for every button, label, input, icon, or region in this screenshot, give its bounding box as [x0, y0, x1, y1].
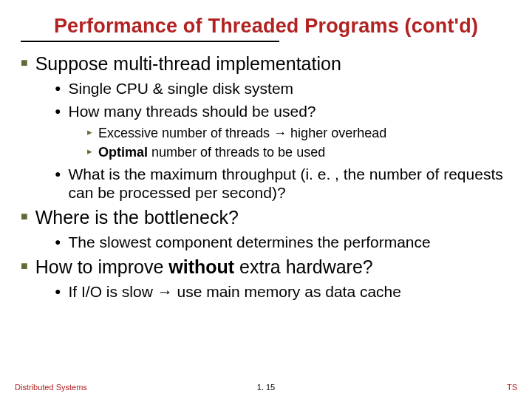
arrow-bullet-icon: ▸	[87, 125, 92, 140]
footer-center: 1. 15	[183, 383, 350, 392]
disc-bullet-icon: ●	[55, 102, 61, 120]
slide-content: ■ Suppose multi-thread implementation ● …	[15, 52, 517, 301]
bullet-level2: ● What is the maximum throughput (i. e. …	[55, 165, 517, 202]
footer: Distributed Systems 1. 15 TS	[15, 383, 517, 392]
disc-bullet-icon: ●	[55, 165, 61, 183]
square-bullet-icon: ■	[21, 52, 28, 73]
bold-text: without	[168, 256, 234, 277]
title-underline	[21, 41, 279, 42]
arrow-bullet-icon: ▸	[87, 144, 92, 159]
footer-left: Distributed Systems	[15, 383, 183, 392]
bold-text: Optimal	[98, 145, 148, 160]
text-tail: extra hardware?	[234, 256, 373, 277]
text-pre: How to improve	[35, 256, 169, 277]
bullet-level2: ● Single CPU & single disk system	[55, 79, 517, 98]
bullet-text: Optimal number of threads to be used	[98, 144, 325, 160]
bullet-level1: ■ How to improve without extra hardware?	[21, 256, 517, 278]
disc-bullet-icon: ●	[55, 233, 61, 250]
text-tail: number of threads to be used	[148, 145, 325, 160]
bullet-text: What is the maximum throughput (i. e. , …	[68, 165, 517, 202]
slide: Performance of Threaded Programs (cont'd…	[0, 0, 532, 399]
footer-right: TS	[349, 383, 517, 392]
slide-title: Performance of Threaded Programs (cont'd…	[15, 15, 517, 38]
bullet-text: The slowest component determines the per…	[68, 233, 430, 251]
bullet-level2: ● The slowest component determines the p…	[55, 233, 517, 251]
bullet-level2: ● How many threads should be used?	[55, 102, 517, 120]
bullet-level2: ● If I/O is slow → use main memory as da…	[55, 282, 517, 301]
bullet-level3: ▸ Optimal number of threads to be used	[87, 144, 517, 160]
bullet-text: How many threads should be used?	[68, 102, 316, 120]
bullet-text: Where is the bottleneck?	[35, 206, 239, 228]
square-bullet-icon: ■	[21, 256, 28, 276]
disc-bullet-icon: ●	[55, 79, 61, 97]
disc-bullet-icon: ●	[55, 282, 61, 300]
bullet-level1: ■ Suppose multi-thread implementation	[21, 52, 517, 75]
bullet-level3: ▸ Excessive number of threads → higher o…	[87, 125, 517, 141]
bullet-level1: ■ Where is the bottleneck?	[21, 206, 517, 228]
bullet-text: Excessive number of threads → higher ove…	[98, 125, 386, 141]
square-bullet-icon: ■	[21, 206, 28, 227]
bullet-text: Suppose multi-thread implementation	[35, 52, 341, 75]
bullet-text: Single CPU & single disk system	[68, 79, 293, 98]
bullet-text: If I/O is slow → use main memory as data…	[68, 282, 401, 301]
bullet-text: How to improve without extra hardware?	[35, 256, 373, 278]
